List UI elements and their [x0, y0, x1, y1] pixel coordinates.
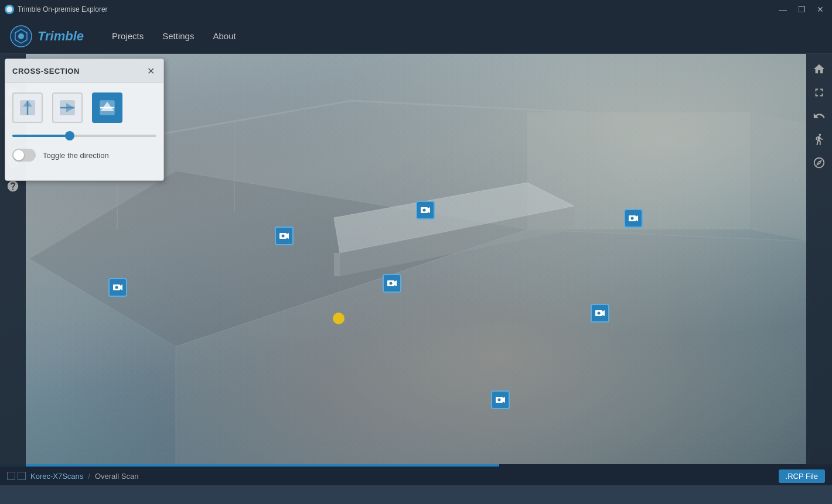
camera-marker-1[interactable]: [108, 278, 127, 297]
panel-body: Toggle the direction: [5, 83, 163, 171]
svg-point-19: [281, 234, 284, 237]
tool-home[interactable]: [809, 59, 830, 80]
svg-marker-15: [120, 284, 122, 290]
svg-point-16: [115, 286, 118, 289]
status-separator: /: [88, 472, 90, 481]
svg-marker-18: [287, 233, 289, 239]
svg-point-34: [497, 398, 500, 401]
svg-point-22: [390, 282, 393, 284]
svg-marker-8: [334, 253, 340, 276]
minimize-button[interactable]: —: [776, 2, 790, 16]
cross-section-panel: CROSS-SECTION ✕: [5, 59, 164, 181]
tool-compass[interactable]: [809, 152, 830, 173]
section-icon-z[interactable]: [92, 92, 122, 123]
menu-about[interactable]: About: [213, 29, 236, 43]
svg-point-2: [18, 33, 24, 39]
close-button[interactable]: ✕: [813, 2, 827, 16]
camera-marker-7[interactable]: [491, 390, 510, 409]
menu-settings[interactable]: Settings: [162, 29, 194, 43]
svg-marker-33: [503, 397, 505, 403]
titlebar-left: Trimble On-premise Explorer: [5, 5, 108, 14]
statusbar: Korec-X7Scans / Overall Scan .RCP File: [0, 467, 832, 485]
toggle-label: Toggle the direction: [43, 151, 109, 160]
menubar: Trimble Projects Settings About: [0, 19, 832, 54]
status-path-part2: Overall Scan: [95, 472, 138, 481]
panel-title: CROSS-SECTION: [12, 67, 80, 76]
svg-point-0: [6, 6, 12, 12]
camera-marker-6[interactable]: [624, 209, 643, 228]
window-controls: — ❐ ✕: [776, 2, 827, 16]
camera-marker-2[interactable]: [275, 227, 294, 245]
status-path-part1[interactable]: Korec-X7Scans: [30, 472, 83, 481]
tool-fullscreen[interactable]: [809, 82, 830, 103]
svg-point-28: [598, 312, 601, 315]
camera-marker-3[interactable]: [383, 274, 401, 293]
svg-line-11: [352, 101, 586, 112]
statusbar-left: Korec-X7Scans / Overall Scan: [7, 472, 138, 481]
maximize-button[interactable]: ❐: [795, 2, 809, 16]
panel-header: CROSS-SECTION ✕: [5, 59, 163, 83]
camera-marker-5[interactable]: [591, 304, 609, 323]
toggle-direction-row: Toggle the direction: [12, 149, 156, 162]
menu-projects[interactable]: Projects: [112, 29, 144, 43]
tool-undo[interactable]: [809, 105, 830, 126]
camera-marker-4[interactable]: [416, 201, 435, 220]
logo-area: Trimble: [9, 25, 84, 48]
section-icon-x[interactable]: [12, 92, 43, 123]
app-icon: [5, 5, 14, 14]
main-viewport: CROSS-SECTION ✕: [0, 54, 832, 485]
status-square-1: [7, 472, 15, 480]
tool-walk[interactable]: [809, 129, 830, 150]
section-icon-group: [12, 92, 156, 123]
right-sidebar: [806, 54, 832, 485]
slider-track[interactable]: [12, 135, 156, 137]
svg-point-31: [631, 217, 634, 220]
titlebar: Trimble On-premise Explorer — ❐ ✕: [0, 0, 832, 19]
menu-items: Projects Settings About: [112, 29, 236, 43]
rcp-file-button[interactable]: .RCP File: [779, 469, 825, 483]
slider-thumb[interactable]: [65, 131, 74, 140]
slider-fill: [12, 135, 70, 137]
svg-marker-21: [394, 280, 397, 286]
app-title: Trimble On-premise Explorer: [18, 5, 108, 13]
svg-marker-30: [636, 215, 638, 221]
section-icon-y[interactable]: [52, 92, 83, 123]
toggle-direction-switch[interactable]: [12, 149, 36, 162]
panel-close-button[interactable]: ✕: [145, 65, 156, 77]
svg-point-25: [423, 208, 426, 211]
svg-marker-27: [602, 310, 605, 316]
toggle-knob: [13, 150, 24, 160]
status-squares: [7, 472, 26, 480]
svg-marker-5: [750, 112, 809, 241]
trimble-logo-icon: [9, 25, 33, 48]
svg-marker-24: [428, 207, 430, 213]
scene-background[interactable]: CROSS-SECTION ✕: [0, 54, 832, 485]
status-square-2: [18, 472, 26, 480]
cross-section-slider[interactable]: [12, 135, 156, 137]
logo-text: Trimble: [37, 29, 84, 44]
